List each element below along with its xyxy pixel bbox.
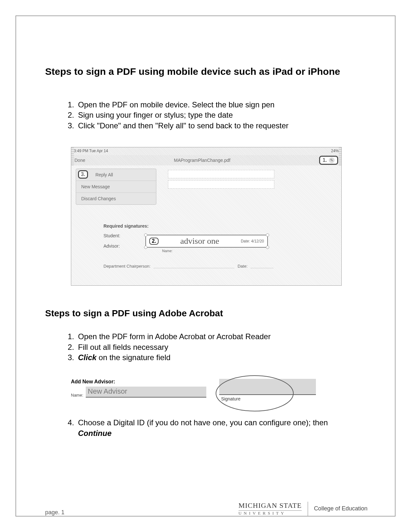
- step2-2: 2.Fill out all fields necessary: [68, 342, 367, 352]
- pdf-body: 3. Reply All New Message Discard Changes…: [71, 165, 341, 285]
- add-advisor-block: Add New Advisor: Name: New Advisor: [71, 379, 206, 398]
- ios-statusbar: 3:49 PM Tue Apr 14 24%: [71, 147, 341, 155]
- required-signatures-label: Required signatures:: [103, 223, 149, 229]
- page-content: Steps to sign a PDF using mobile device …: [45, 66, 367, 455]
- signature-line[interactable]: [154, 264, 234, 268]
- msu-logo: MICHIGAN STATE UNIVERSITY: [239, 501, 302, 516]
- signature-box[interactable]: 2. advisor one Date: 4/12/20 Name:: [145, 235, 268, 248]
- advisor-name-field[interactable]: New Advisor: [86, 387, 206, 398]
- advisor-label: Advisor:: [103, 243, 149, 249]
- footer-divider: [308, 502, 308, 516]
- add-advisor-label: Add New Advisor:: [71, 379, 206, 385]
- section2-title: Steps to sign a PDF using Adobe Acrobat: [45, 308, 367, 319]
- done-button[interactable]: Done: [74, 158, 85, 163]
- step-3: 3.Click "Done" and then "Rely all" to se…: [68, 121, 367, 131]
- page-footer: page. 1 MICHIGAN STATE UNIVERSITY Colleg…: [45, 501, 367, 516]
- callout-3: 3.: [78, 170, 88, 179]
- college-name: College of Education: [314, 505, 367, 512]
- signature-caption: Signature: [221, 396, 316, 401]
- signature-field-block: Signature: [219, 379, 316, 401]
- callout-2: 2.: [149, 238, 159, 245]
- dept-chair-label: Department Chairperson:: [103, 264, 151, 269]
- pdf-topbar: Done MAProgramPlanChange.pdf 1. ✎: [71, 155, 341, 165]
- mobile-screenshot: 3:49 PM Tue Apr 14 24% Done MAProgramPla…: [71, 147, 342, 286]
- form-fields: [168, 168, 274, 191]
- form-field[interactable]: [168, 170, 274, 178]
- page-number: page. 1: [45, 509, 64, 516]
- menu-item-reply-all[interactable]: 3. Reply All: [76, 169, 156, 181]
- step2-4: 4.Choose a Digital ID (if you do not hav…: [68, 418, 367, 438]
- signature-handwriting: advisor one: [180, 236, 219, 246]
- step-2: 2.Sign using your finger or stylus; type…: [68, 110, 367, 120]
- menu-item-discard[interactable]: Discard Changes: [76, 193, 156, 204]
- share-menu: 3. Reply All New Message Discard Changes: [76, 169, 156, 205]
- step2-3: 3.Click on the signature field: [68, 352, 367, 363]
- section1-steps: 1.Open the PDF on mobile device. Select …: [68, 100, 367, 131]
- dept-date-label: Date:: [238, 264, 248, 269]
- signature-date: Date: 4/12/20: [241, 239, 264, 243]
- section2-steps-b: 4.Choose a Digital ID (if you do not hav…: [68, 418, 367, 438]
- student-label: Student:: [103, 233, 149, 238]
- required-signatures-block: Required signatures: Student: Advisor:: [103, 223, 149, 254]
- sign-pen-icon[interactable]: ✎: [329, 157, 335, 163]
- section1-title: Steps to sign a PDF using mobile device …: [45, 66, 367, 77]
- pdf-title: MAProgramPlanChange.pdf: [174, 158, 230, 163]
- callout-1: 1. ✎: [319, 156, 338, 165]
- step2-1: 1.Open the PDF form in Adobe Acrobat or …: [68, 331, 367, 342]
- menu-item-new-message[interactable]: New Message: [76, 181, 156, 193]
- signature-field[interactable]: [219, 379, 316, 395]
- status-battery: 24%: [331, 149, 339, 154]
- form-field[interactable]: [168, 180, 274, 189]
- section2-steps-a: 1.Open the PDF form in Adobe Acrobat or …: [68, 331, 367, 363]
- name-label: Name:: [71, 393, 83, 398]
- dept-chair-row: Department Chairperson: Date:: [103, 264, 273, 269]
- date-line[interactable]: [251, 264, 273, 268]
- status-time: 3:49 PM Tue Apr 14: [74, 149, 108, 154]
- signature-name-label: Name:: [162, 249, 172, 253]
- acrobat-illustration: Add New Advisor: Name: New Advisor Signa…: [71, 379, 367, 401]
- step-1: 1.Open the PDF on mobile device. Select …: [68, 100, 367, 110]
